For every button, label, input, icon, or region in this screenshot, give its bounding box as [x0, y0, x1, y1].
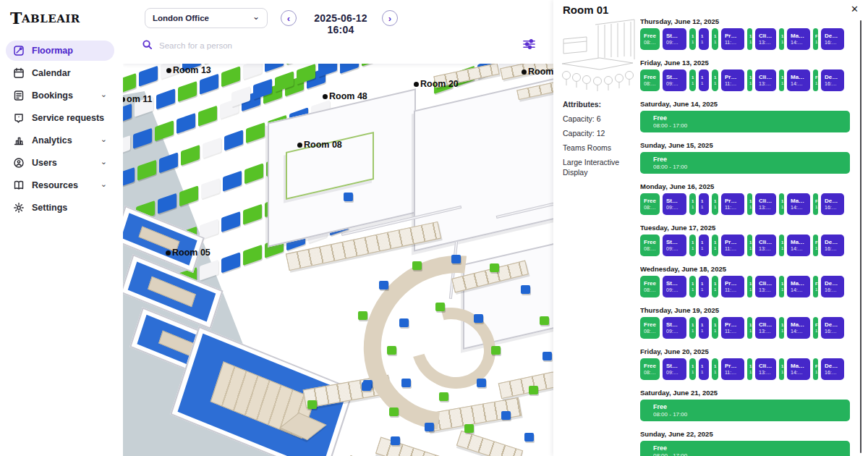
free-slot-chip[interactable]: Free08:…: [640, 28, 660, 50]
free-slot-chip[interactable]: 11: [689, 193, 696, 215]
booking-slot-chip[interactable]: Pr…11:…: [721, 28, 744, 50]
desk[interactable]: [181, 145, 200, 166]
free-slot-chip[interactable]: Free08:…: [640, 317, 660, 339]
desk[interactable]: [203, 138, 221, 159]
booking-slot-chip[interactable]: Ma…14:…: [787, 276, 810, 297]
desk[interactable]: [224, 130, 243, 151]
booking-slot-chip[interactable]: De…16:…: [821, 193, 844, 215]
booking-slot-chip[interactable]: Pr…11:…: [721, 358, 744, 380]
free-slot-chip[interactable]: F1: [813, 276, 818, 297]
desk[interactable]: [178, 81, 197, 102]
desk[interactable]: [198, 106, 217, 127]
booking-slot-chip[interactable]: De…16:…: [821, 358, 844, 380]
desk[interactable]: [223, 171, 242, 192]
free-slot-chip[interactable]: 11: [747, 317, 752, 339]
free-slot-chip[interactable]: F1: [813, 28, 818, 50]
desk[interactable]: [204, 64, 223, 64]
booking-slot-chip[interactable]: De…16:…: [821, 28, 844, 50]
booking-slot-chip[interactable]: De…16:…: [821, 69, 844, 91]
free-slot-chip[interactable]: 11: [712, 193, 718, 215]
booking-slot-chip[interactable]: Cli…13:…: [755, 193, 776, 215]
filter-sliders-icon[interactable]: [522, 38, 536, 53]
desk-cluster-row[interactable]: [340, 64, 446, 74]
schedule-scrollbar[interactable]: [860, 20, 862, 453]
booking-slot-chip[interactable]: Cli…13:…: [755, 28, 776, 50]
room-label-room[interactable]: Room: [522, 67, 553, 77]
booking-slot-chip[interactable]: 11: [699, 235, 709, 256]
booking-slot-chip[interactable]: 11: [699, 276, 709, 297]
free-slot-chip[interactable]: 11: [689, 358, 696, 380]
room-label-room-05[interactable]: Room 05: [166, 248, 210, 258]
close-icon[interactable]: ✕: [848, 1, 861, 17]
free-slot-chip[interactable]: 11: [712, 276, 718, 297]
free-slot-chip[interactable]: 11: [712, 69, 718, 91]
desk[interactable]: [318, 64, 337, 77]
desk[interactable]: [221, 66, 240, 87]
sidebar-item-settings[interactable]: Settings: [6, 198, 114, 218]
booking-slot-chip[interactable]: De…16:…: [821, 235, 844, 256]
room-label-room-08[interactable]: Room 08: [297, 140, 342, 150]
free-slot-chip[interactable]: Free08:…: [640, 358, 660, 380]
free-slot-chip[interactable]: Free08:00 - 17:00: [640, 441, 850, 456]
free-slot-chip[interactable]: 11: [747, 358, 752, 380]
booking-slot-chip[interactable]: St…09:…: [663, 69, 686, 91]
sidebar-item-analytics[interactable]: Analytics⌄: [6, 130, 114, 151]
booking-slot-chip[interactable]: 11: [699, 358, 709, 380]
booking-slot-chip[interactable]: Ma…14:…: [787, 235, 810, 256]
booking-slot-chip[interactable]: St…09:…: [663, 276, 686, 297]
desk[interactable]: [156, 88, 175, 109]
booking-slot-chip[interactable]: St…09:…: [663, 28, 686, 50]
desk[interactable]: [246, 122, 265, 143]
booking-slot-chip[interactable]: St…09:…: [663, 235, 686, 256]
free-slot-chip[interactable]: 11: [747, 235, 752, 256]
free-slot-chip[interactable]: 11: [779, 235, 784, 256]
booking-slot-chip[interactable]: Cli…13:…: [755, 69, 776, 91]
free-slot-chip[interactable]: F1: [813, 317, 818, 339]
booking-slot-chip[interactable]: Cli…13:…: [755, 358, 776, 380]
booking-slot-chip[interactable]: St…09:…: [663, 317, 686, 339]
sidebar-item-users[interactable]: Users⌄: [6, 153, 114, 173]
free-slot-chip[interactable]: 11: [779, 276, 784, 297]
desk[interactable]: [155, 120, 174, 141]
free-slot-chip[interactable]: 11: [712, 235, 718, 256]
desk[interactable]: [244, 163, 263, 184]
desk[interactable]: [176, 113, 195, 134]
free-slot-chip[interactable]: 11: [689, 28, 696, 50]
free-slot-chip[interactable]: Free08:00 - 17:00: [640, 152, 850, 174]
free-slot-chip[interactable]: 11: [779, 193, 784, 215]
free-slot-chip[interactable]: 11: [712, 28, 718, 50]
free-slot-chip[interactable]: 11: [747, 28, 752, 50]
desk[interactable]: [243, 245, 262, 266]
floormap-canvas[interactable]: Room 13om 11Room 48Room 20RoomRoom 08Roo…: [123, 64, 553, 456]
booking-slot-chip[interactable]: 11: [699, 69, 709, 91]
booking-slot-chip[interactable]: St…09:…: [663, 358, 686, 380]
booking-slot-chip[interactable]: Pr…11:…: [721, 193, 744, 215]
sidebar-item-calendar[interactable]: Calendar: [6, 63, 114, 83]
booking-slot-chip[interactable]: Pr…11:…: [721, 235, 744, 256]
free-slot-chip[interactable]: 11: [712, 358, 718, 380]
desk[interactable]: [123, 73, 136, 94]
free-slot-chip[interactable]: 11: [747, 193, 752, 215]
free-slot-chip[interactable]: 11: [689, 235, 696, 256]
booking-slot-chip[interactable]: Pr…11:…: [721, 276, 744, 297]
free-slot-chip[interactable]: F1: [813, 235, 818, 256]
sidebar-item-service-requests[interactable]: Service requests: [6, 108, 114, 128]
office-select[interactable]: London Office ⌄: [145, 8, 268, 28]
desk[interactable]: [243, 204, 262, 225]
free-slot-chip[interactable]: 11: [779, 28, 784, 50]
free-slot-chip[interactable]: Free08:…: [640, 193, 660, 215]
booking-slot-chip[interactable]: Ma…14:…: [787, 193, 810, 215]
free-slot-chip[interactable]: F1: [813, 69, 818, 91]
booking-slot-chip[interactable]: Cli…13:…: [755, 276, 776, 297]
free-slot-chip[interactable]: 11: [747, 276, 752, 297]
desk[interactable]: [243, 64, 262, 80]
desk[interactable]: [362, 64, 380, 67]
free-slot-chip[interactable]: 11: [712, 317, 718, 339]
sidebar-item-floormap[interactable]: Floormap: [6, 41, 114, 61]
free-slot-chip[interactable]: Free08:…: [640, 69, 660, 91]
free-slot-chip[interactable]: 11: [689, 276, 696, 297]
free-slot-chip[interactable]: 11: [779, 69, 784, 91]
room-label-room-13[interactable]: Room 13: [166, 65, 211, 75]
booking-slot-chip[interactable]: 11: [699, 317, 709, 339]
booking-slot-chip[interactable]: Ma…14:…: [787, 317, 810, 339]
